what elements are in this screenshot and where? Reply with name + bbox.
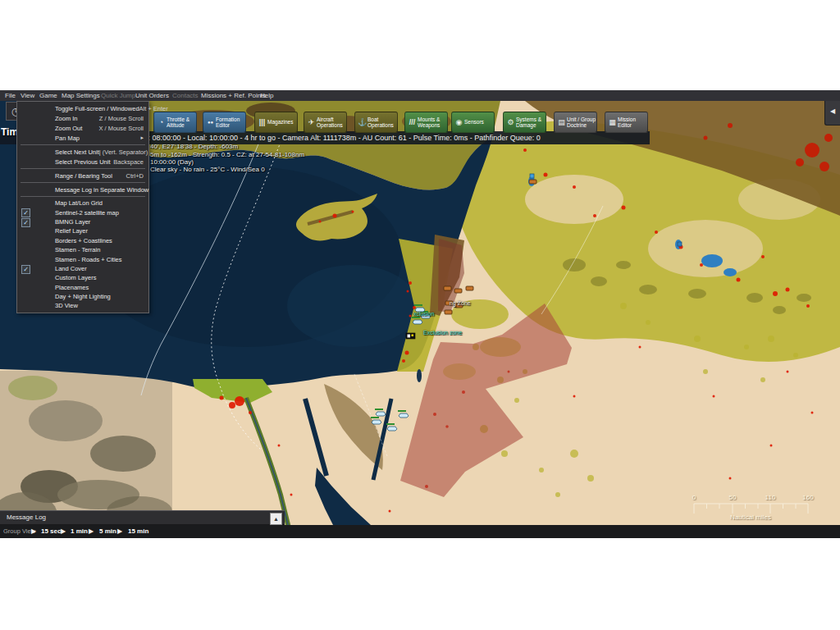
- play-icon[interactable]: ▶: [89, 525, 94, 538]
- menu-view[interactable]: View: [21, 90, 34, 101]
- play-icon[interactable]: ▶: [117, 525, 122, 538]
- speed-15sec-button[interactable]: 15 sec: [41, 525, 61, 538]
- menu-item-pan-map[interactable]: Pan Map ▸: [17, 133, 148, 143]
- menu-item-toggle-fullscreen[interactable]: Toggle Full-screen / Windowed Alt + Ente…: [17, 103, 148, 113]
- menu-separator: [21, 144, 145, 145]
- formation-editor-button[interactable]: ●● FormationEditor: [203, 112, 246, 133]
- game-window: ng Zone xclusion Exclusion zone Zulu: 08…: [0, 90, 840, 538]
- aircraft-operations-button[interactable]: ✈ AircraftOperations: [304, 112, 347, 133]
- mounts-weapons-button[interactable]: /// Mounts &Weapons: [404, 112, 448, 133]
- menu-item-zoom-out[interactable]: Zoom Out X / Mouse Scroll: [17, 123, 148, 133]
- mission-editor-button[interactable]: ▦ MissionEditor: [605, 112, 648, 133]
- menu-item-custom-layers[interactable]: Custom Layers: [17, 273, 148, 282]
- message-log-title: Message Log: [7, 511, 46, 524]
- unit-info-line2: 5m to -162m - Strength: 0.5 - CZ: at 27-…: [150, 151, 304, 158]
- sensors-icon: ◉: [454, 118, 464, 126]
- menu-map-settings[interactable]: Map Settings: [62, 90, 100, 101]
- map-grid-icon: ▦: [607, 118, 618, 126]
- unit-info-line4: Clear sky - No rain - 25°C - Wind/Sea 0: [150, 166, 265, 173]
- play-icon[interactable]: ▶: [31, 525, 36, 538]
- aircraft-icon: ✈: [306, 118, 317, 126]
- menu-file[interactable]: File: [5, 90, 16, 101]
- menu-help[interactable]: Help: [260, 90, 273, 101]
- collapse-arrow-icon: ◀: [830, 107, 835, 115]
- menu-separator: [21, 196, 145, 197]
- menu-item-3d-view[interactable]: 3D View: [17, 301, 148, 310]
- weapons-icon: ///: [407, 118, 418, 126]
- speed-15min-button[interactable]: 15 min: [128, 525, 148, 538]
- menu-item-map-latlon-grid[interactable]: Map Lat/Lon Grid: [17, 199, 148, 208]
- magazines-icon: |||: [257, 118, 267, 126]
- check-icon: ✓: [21, 218, 30, 227]
- formation-icon: ●●: [205, 120, 216, 125]
- menu-bar: File View Game Map Settings Quick Jump U…: [0, 90, 840, 101]
- menu-item-range-bearing-tool[interactable]: Range / Bearing Tool Ctrl+D: [17, 171, 148, 180]
- expand-arrow-icon: ▲: [273, 516, 279, 522]
- unit-info-line3: 10:00:00 (Day): [150, 158, 194, 166]
- magazines-button[interactable]: ||| Magazines: [254, 112, 298, 133]
- boat-operations-button[interactable]: ⚓ BoatOperations: [354, 112, 398, 133]
- menu-separator: [21, 182, 145, 183]
- check-icon: ✓: [21, 208, 30, 217]
- map-settings-dropdown: Toggle Full-screen / Windowed Alt + Ente…: [16, 101, 149, 313]
- sensors-button[interactable]: ◉ Sensors: [451, 112, 495, 133]
- map-scale-bar: 0 50 110 160 Nautical miles: [687, 494, 817, 523]
- document-icon: ▤: [556, 118, 567, 126]
- menu-item-placenames[interactable]: Placenames: [17, 283, 148, 292]
- menu-game[interactable]: Game: [39, 90, 57, 101]
- menu-item-stamen-roads-cities[interactable]: Stamen - Roads + Cities: [17, 254, 148, 263]
- menu-item-land-cover[interactable]: ✓ Land Cover: [17, 264, 148, 273]
- menu-item-day-night-lighting[interactable]: Day + Night Lighting: [17, 292, 148, 301]
- menu-item-sentinel2-satellite-map[interactable]: ✓ Sentinel-2 satellite map: [17, 208, 148, 217]
- scale-tick-label: 0: [692, 494, 696, 501]
- menu-separator: [21, 168, 145, 169]
- menu-item-bmng-layer[interactable]: ✓ BMNG Layer: [17, 217, 148, 226]
- menu-missions-ref-points[interactable]: Missions + Ref. Points: [201, 90, 266, 101]
- menu-item-select-next-unit[interactable]: Select Next Unit | (Vert. Separator): [17, 147, 148, 157]
- map-label-zone: ng Zone: [450, 300, 471, 306]
- scale-tick-label: 50: [729, 494, 737, 501]
- gear-icon: ⚙: [505, 118, 516, 126]
- menu-item-stamen-terrain[interactable]: Stamen - Terrain: [17, 245, 148, 254]
- speed-1min-button[interactable]: 1 min: [71, 525, 88, 538]
- menu-contacts: Contacts: [172, 90, 199, 101]
- menu-item-borders-coastlines[interactable]: Borders + Coastlines: [17, 236, 148, 245]
- scale-caption: Nautical miles: [730, 514, 771, 521]
- time-label-fragment: Tim: [1, 126, 18, 138]
- submenu-arrow-icon: ▸: [140, 135, 144, 141]
- menu-quick-jump: Quick Jump: [101, 90, 135, 101]
- message-log-bar[interactable]: Message Log ▲: [0, 510, 285, 525]
- scale-tick-label: 110: [765, 494, 776, 501]
- blue-unit-icon[interactable]: [678, 242, 682, 246]
- map-label-exclusion-partial: xclusion: [413, 311, 434, 317]
- installation-icon[interactable]: [406, 333, 415, 339]
- check-icon: ✓: [21, 265, 30, 274]
- gauge-icon: ◔: [156, 118, 167, 126]
- menu-item-relief-layer[interactable]: Relief Layer: [17, 226, 148, 235]
- map-label-exclusion: Exclusion zone: [423, 330, 462, 336]
- time-compression-bar: Group View ▶ 15 sec ▶ 1 min ▶ 5 min ▶ 15…: [0, 525, 840, 538]
- speed-5min-button[interactable]: 5 min: [99, 525, 116, 538]
- message-log-expand-button[interactable]: ▲: [270, 513, 282, 525]
- throttle-altitude-button[interactable]: ◔ Throttle &Altitude: [153, 112, 197, 133]
- menu-unit-orders[interactable]: Unit Orders: [135, 90, 169, 101]
- menu-item-select-previous-unit[interactable]: Select Previous Unit Backspace: [17, 157, 148, 167]
- status-text: Zulu: 08:00:00 - Local: 10:00:00 - 4 hr …: [134, 131, 541, 144]
- screenshot-canvas: ng Zone xclusion Exclusion zone Zulu: 08…: [0, 0, 840, 630]
- unit-group-doctrine-button[interactable]: ▤ Unit / GroupDoctrine: [554, 112, 597, 133]
- menu-item-message-log-separate-window[interactable]: Message Log in Separate Window: [17, 185, 148, 194]
- scale-tick-label: 160: [802, 494, 813, 501]
- boat-icon: ⚓: [357, 118, 368, 126]
- systems-damage-button[interactable]: ⚙ Systems &Damage: [503, 112, 546, 133]
- menu-item-zoom-in[interactable]: Zoom In Z / Mouse Scroll: [17, 113, 148, 123]
- play-icon[interactable]: ▶: [61, 525, 66, 538]
